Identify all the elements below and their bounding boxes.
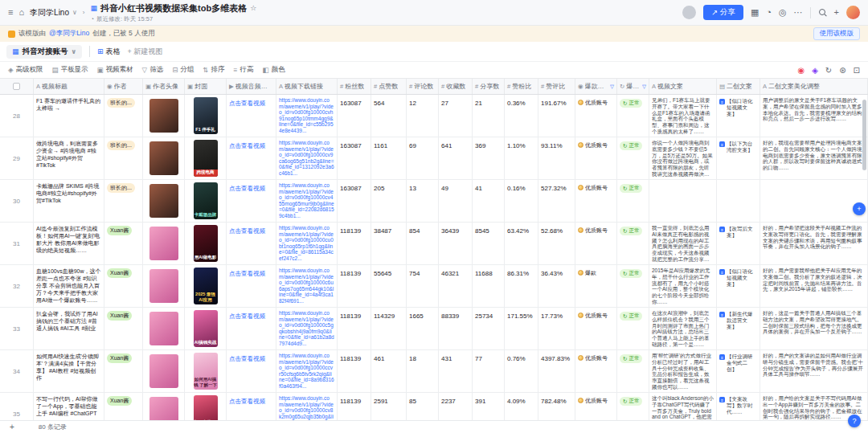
floating-action-button[interactable]: + (853, 202, 866, 215)
cell-title[interactable]: AI迄今最强复刻工作流模板！如何用AI一键'复刻'电影大片 教你用AI来做电影级… (34, 223, 104, 264)
author-avatar-image[interactable] (149, 141, 178, 175)
new-view-button[interactable]: + 新建视图 (128, 47, 163, 57)
cell-like_fan_ratio[interactable]: 1.10% (505, 137, 538, 179)
cell-status[interactable]: ↻正常 (617, 265, 649, 307)
author-avatar-image[interactable] (149, 227, 178, 260)
cell-like_comment_ratio[interactable]: 191.67% (538, 95, 575, 137)
cell-title[interactable]: 血糖100vs血糖90w，这个差距一点也不夸张 #知识分享 不会剪辑也能月入百万… (34, 265, 104, 307)
cell-video_link[interactable]: 点击查看视频 (227, 95, 276, 137)
cell-avatar[interactable] (143, 137, 185, 179)
video-cover-image[interactable]: 2025 最强AI应用 (194, 268, 218, 304)
cell-favorites[interactable]: 88339 (439, 308, 473, 349)
vertical-scrollbar[interactable] (862, 100, 866, 170)
cell-avatar[interactable] (143, 223, 185, 264)
column-header-comments[interactable]: #评论数 (407, 79, 439, 94)
cell-video_link[interactable]: 点击查看视频 (227, 350, 276, 392)
cell-llm_output[interactable]: 好的，这是一篇关于普通人用AI搞钱三个基础方法的文案，用户希望改写得更接地气。二… (760, 308, 868, 349)
cell-avatar[interactable] (143, 350, 185, 392)
cell-like_fan_ratio[interactable]: 0.16% (505, 180, 538, 222)
cell-status[interactable]: ↻正常 (617, 95, 649, 137)
use-template-button[interactable]: 使用该模版 (813, 27, 861, 40)
cell-cover[interactable]: 卡戴珊品牌 (185, 180, 227, 222)
workspace-crumb[interactable]: 李同学Lino ∨ (30, 7, 77, 18)
cell-avatar[interactable] (143, 265, 185, 307)
cell-like_comment_ratio[interactable]: 17.73% (538, 308, 575, 349)
cell-title[interactable]: 卡戴珊品牌 SKIMS #跨境电商#独立站#shopify#外贸#TikTok (34, 180, 104, 222)
cell-like_comment_ratio[interactable]: 93.11% (538, 137, 575, 179)
download-url-link[interactable]: https://www.douyin.com/aweme/v1/play/?vi… (279, 140, 334, 176)
download-url-link[interactable]: https://www.douyin.com/aweme/v1/play/?vi… (279, 353, 334, 389)
cell-title[interactable]: 如何用AI快速生成'分镜脚本'？满满4实操【干货分享】 #AI教程 #短视频创作 (34, 350, 104, 392)
menu-icon[interactable]: ≡ (8, 8, 13, 17)
doc-title[interactable]: 抖音小红书视频数据采集tob多维表格 (100, 2, 247, 14)
cell-fans[interactable]: 163087 (338, 95, 371, 137)
cell-download_url[interactable]: https://www.douyin.com/aweme/v1/play/?vi… (276, 350, 338, 392)
cell-num[interactable]: 34 (0, 350, 34, 392)
cell-download_url[interactable]: https://www.douyin.com/aweme/v1/play/?vi… (276, 393, 338, 420)
column-header-favorites[interactable]: #收藏数 (439, 79, 473, 94)
video-cover-image[interactable]: 用AI做电影 (194, 225, 218, 262)
cell-transcript[interactable] (649, 180, 717, 222)
filter-button[interactable]: ▽筛选 (142, 65, 164, 75)
cell-comments[interactable]: 1665 (407, 308, 439, 349)
cell-like_fan_ratio[interactable]: 171.55% (505, 308, 538, 349)
cell-transcript[interactable]: 我一直觉得，到底怎么用AI来做真正有电影感的视频？怎么利用现在的AI工具把脑海里… (649, 223, 717, 264)
cell-likes[interactable]: 205 (371, 180, 407, 222)
column-header-video_link[interactable]: ▶视频音频链接 (227, 79, 276, 94)
cell-status[interactable]: ↻正常 (617, 223, 649, 264)
cell-fans[interactable]: 118139 (338, 350, 371, 392)
cell-recreation[interactable]: ≡【似口语化短视频文案】 (717, 265, 760, 307)
cell-cover[interactable]: 用AI做电影 (185, 223, 227, 264)
cell-author[interactable]: 班长的... (104, 95, 143, 137)
cell-download_url[interactable]: https://www.douyin.com/aweme/v1/play/?vi… (276, 180, 338, 222)
cell-avatar[interactable] (143, 180, 185, 222)
cell-rating[interactable]: 优质账号 (575, 350, 617, 392)
download-url-link[interactable]: https://www.douyin.com/aweme/v1/play/?vi… (279, 97, 334, 133)
column-header-like_comment_ratio[interactable]: #赞评比 (538, 79, 575, 94)
cell-comments[interactable]: 69 (407, 137, 439, 179)
cell-avatar[interactable] (143, 95, 185, 137)
cell-comments[interactable]: 12 (407, 95, 439, 137)
cell-transcript[interactable]: 用'帮忙调研'的方式做行业分析已经过时了，用AI工具十分钟完成资料收集、竞品分析… (649, 350, 717, 392)
cell-likes[interactable]: 2591 (371, 393, 407, 420)
cell-like_comment_ratio[interactable]: 527.32% (538, 180, 575, 222)
cell-cover[interactable]: F1 伴手礼 (185, 95, 227, 137)
home-icon[interactable]: ⌂ (18, 8, 24, 17)
select-all-checkbox[interactable] (13, 83, 20, 90)
video-cover-image[interactable]: F1 伴手礼 (194, 97, 218, 134)
cell-transcript[interactable]: 2015年是AI应用爆发的元年，想干什么行业的工作流都有了，用九个小时搭一个AI… (649, 265, 717, 307)
add-record-button[interactable]: + (10, 423, 14, 431)
form-icon[interactable]: ◉ (797, 66, 805, 75)
cell-comments[interactable]: 85 (407, 393, 439, 420)
cell-shares[interactable]: 369 (473, 137, 505, 179)
cell-likes[interactable]: 461 (371, 350, 407, 392)
cell-rating[interactable]: 优质账号 (575, 137, 617, 179)
video-material-button[interactable]: ▣视频素材 (97, 65, 133, 75)
cell-status[interactable]: ↻正常 (617, 180, 649, 222)
cell-download_url[interactable]: https://www.douyin.com/aweme/v1/play/?vi… (276, 95, 338, 137)
cell-avatar[interactable] (143, 393, 185, 420)
cell-fans[interactable]: 118139 (338, 223, 371, 264)
video-cover-image[interactable]: 卡戴珊品牌 (194, 182, 218, 219)
cell-cover[interactable]: 如何用AI搞钱 了解一下 (185, 350, 227, 392)
cell-status[interactable]: ↻正常 (617, 137, 649, 179)
cell-cover[interactable]: 跨境电商 (185, 137, 227, 179)
video-view-link[interactable]: 点击查看视频 (229, 398, 265, 405)
cell-fans[interactable]: 118139 (338, 393, 371, 420)
download-url-link[interactable]: https://www.douyin.com/aweme/v1/play/?vi… (279, 225, 334, 261)
cell-like_comment_ratio[interactable]: 52.68% (538, 223, 575, 264)
collaborator-avatar[interactable] (682, 6, 696, 19)
cell-like_fan_ratio[interactable]: 86.31% (505, 265, 538, 307)
column-header-status[interactable]: ↻爆款文案提取▽ (617, 79, 649, 94)
row-height-button[interactable]: ≡行高 (233, 65, 253, 75)
cell-fans[interactable]: 118139 (338, 308, 371, 349)
column-header-like_fan_ratio[interactable]: #赞粉比 (505, 79, 538, 94)
cell-download_url[interactable]: https://www.douyin.com/aweme/v1/play/?vi… (276, 308, 338, 349)
cell-likes[interactable]: 38487 (371, 223, 407, 264)
author-avatar-image[interactable] (149, 269, 178, 303)
video-cover-image[interactable]: 超强全体 风口已来 (194, 395, 218, 420)
cell-shares[interactable]: 41 (473, 180, 505, 222)
refresh-icon[interactable]: ↻ (825, 66, 832, 75)
banner-mention-link[interactable]: @李同学Lino (49, 29, 89, 39)
video-cover-image[interactable]: AI搞钱实战 (194, 310, 218, 347)
